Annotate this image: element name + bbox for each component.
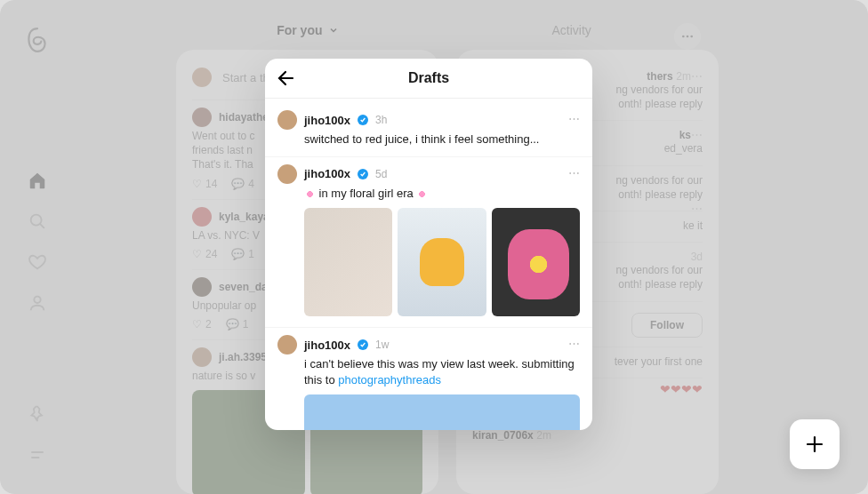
left-nav-rail-overlay xyxy=(0,0,75,494)
draft-image[interactable] xyxy=(304,208,392,316)
username: jiho100x xyxy=(304,339,350,352)
back-button[interactable] xyxy=(276,59,297,98)
verified-badge-icon xyxy=(358,339,368,350)
timestamp: 1w xyxy=(375,339,389,351)
draft-list: ⋯ jiho100x 3h switched to red juice, i t… xyxy=(265,98,592,430)
draft-image[interactable] xyxy=(492,208,580,316)
draft-body: switched to red juice, i think i feel so… xyxy=(304,131,580,147)
username: jiho100x xyxy=(304,114,350,127)
drafts-modal: Drafts ⋯ jiho100x 3h switched to red jui… xyxy=(265,59,592,430)
draft-image[interactable] xyxy=(398,208,486,316)
flower-emoji-icon xyxy=(416,188,428,200)
draft-menu-icon[interactable]: ⋯ xyxy=(568,337,580,350)
timestamp: 3h xyxy=(375,114,387,126)
draft-body: in my floral girl era xyxy=(304,186,580,202)
modal-header: Drafts xyxy=(265,59,592,98)
avatar xyxy=(277,110,297,130)
flower-emoji-icon xyxy=(304,188,316,200)
verified-badge-icon xyxy=(358,169,368,179)
draft-image[interactable] xyxy=(304,394,580,430)
draft-images xyxy=(304,208,580,316)
hashtag-link[interactable]: photographythreads xyxy=(338,373,441,386)
avatar xyxy=(277,164,297,184)
new-post-fab[interactable] xyxy=(790,419,840,469)
draft-body: i can't believe this was my view last we… xyxy=(304,356,580,387)
draft-menu-icon[interactable]: ⋯ xyxy=(568,112,580,125)
draft-item[interactable]: ⋯ jiho100x 1w i can't believe this was m… xyxy=(265,327,592,430)
modal-title: Drafts xyxy=(408,70,449,86)
verified-badge-icon xyxy=(358,115,368,125)
avatar xyxy=(277,335,297,355)
timestamp: 5d xyxy=(375,168,387,180)
draft-item[interactable]: ⋯ jiho100x 3h switched to red juice, i t… xyxy=(265,103,592,156)
username: jiho100x xyxy=(304,167,350,180)
draft-menu-icon[interactable]: ⋯ xyxy=(568,166,580,179)
draft-item[interactable]: ⋯ jiho100x 5d in my floral girl era xyxy=(265,156,592,328)
